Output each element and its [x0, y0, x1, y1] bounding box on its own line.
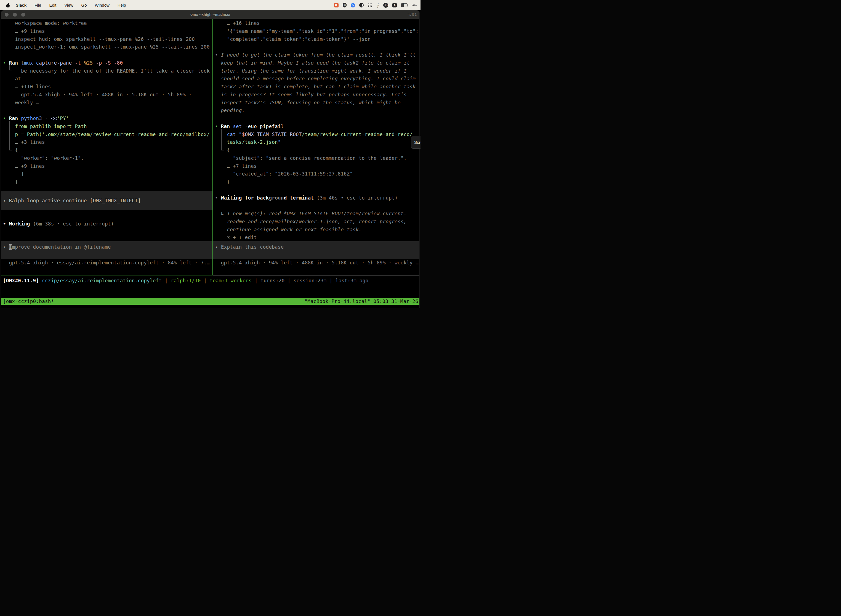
minimize-button[interactable]	[13, 13, 17, 16]
terminal-line: at	[15, 75, 21, 83]
terminal-line: from pathlib import Path	[15, 123, 87, 131]
terminal-line: › Improve documentation in @filename	[3, 243, 111, 251]
terminal-line: • Waiting for background terminal (3m 46…	[215, 194, 398, 202]
terminal-line: }	[15, 178, 18, 186]
right-pane-border	[213, 275, 419, 276]
wifi-icon[interactable]	[412, 3, 417, 7]
terminal-line: … +16 lines	[227, 19, 259, 27]
terminal-line: inspect_worker-1: omx sparkshell --tmux-…	[15, 43, 210, 51]
crescent-icon[interactable]	[359, 3, 364, 7]
terminal-line: readme-and-reco/mailbox/worker-1.json, a…	[227, 218, 406, 226]
omx-status-line: [OMX#0.11.9] cczip/essay/ai-reimplementa…	[3, 277, 368, 285]
pane-divider[interactable]	[212, 19, 213, 276]
terminal-line: pending.	[221, 107, 245, 114]
terminal-line: inspect_hud: omx sparkshell --tmux-pane …	[15, 35, 195, 43]
screen-capture-label: Scre	[414, 140, 420, 145]
right-pane[interactable]: … +16 lines'{"team_name":"my-team","task…	[213, 19, 419, 276]
menu-item-view[interactable]: View	[64, 3, 73, 7]
terminal-line: "completed","claim_token":"claim-token"}…	[227, 35, 371, 43]
menu-items: SlackFileEditViewGoWindowHelp	[16, 3, 126, 7]
terminal-line: › Explain this codebase	[215, 243, 284, 251]
window-title: omx --xhigh --madmax	[1, 12, 419, 16]
terminal-line: … +110 lines	[15, 83, 51, 91]
terminal-line: should send a message before completing …	[221, 75, 416, 83]
terminal-line: task2 after task1 is complete, but can I…	[221, 83, 416, 91]
terminal-line: • Ran tmux capture-pane -t %25 -p -S -80	[3, 59, 123, 67]
output-connector	[221, 129, 224, 150]
zoom-button[interactable]	[21, 13, 25, 16]
terminal-line: keep that in mind. Maybe I also need the…	[221, 59, 410, 67]
terminal-line: … +7 lines	[227, 162, 257, 170]
blue-bolt-icon[interactable]: ϟ	[351, 3, 355, 7]
terminal-panes: workspace_mode: worktree… +9 linesinspec…	[1, 19, 419, 276]
menu-item-file[interactable]: File	[35, 3, 41, 7]
terminal-line: workspace_mode: worktree	[15, 19, 87, 27]
battery-icon[interactable]: ϟ	[401, 3, 407, 7]
terminal-window: omx --xhigh --madmax ⌥⌘1 workspace_mode:…	[1, 10, 419, 308]
terminal-line: cat "$OMX_TEAM_STATE_ROOT/team/review-cu…	[227, 131, 413, 139]
menu-item-slack[interactable]: Slack	[16, 3, 26, 7]
terminal-line: is in progress? It seems likely but perh…	[221, 91, 407, 99]
terminal-line: continue assigned work or next feasible …	[227, 226, 362, 234]
left-pane-border	[1, 275, 212, 276]
terminal-line: "worker": "worker-1",	[21, 154, 84, 162]
traffic-lights	[5, 10, 25, 19]
left-pane[interactable]: workspace_mode: worktree… +9 linesinspec…	[1, 19, 212, 276]
menu-status-icons: ▦ ϟ ∮ ..61 A ϟ	[334, 3, 420, 8]
terminal-line: }	[227, 178, 230, 186]
terminal-line: inspect task2's JSON, focusing on the st…	[221, 99, 401, 107]
terminal-line: "created_at": "2026-03-31T11:59:27.816Z"	[233, 170, 353, 178]
terminal-line: • Working (6m 38s • esc to interrupt)	[3, 220, 114, 228]
menu-item-help[interactable]: Help	[117, 3, 126, 7]
squiggle-icon[interactable]: ∮	[377, 3, 379, 8]
menu-item-go[interactable]: Go	[81, 3, 86, 7]
terminal-line: tasks/task-2.json"	[227, 138, 281, 146]
terminal-line: '{"team_name":"my-team","task_id":"1","f…	[227, 27, 419, 35]
terminal-line: • I need to get the claim token from the…	[215, 51, 416, 59]
dots-grid-icon[interactable]	[368, 3, 372, 7]
terminal-line: later. Using the same for transition mig…	[221, 67, 407, 75]
terminal-line: gpt-5.4 xhigh · 94% left · 488K in · 5.1…	[221, 259, 419, 267]
terminal-line: … +3 lines	[15, 138, 45, 146]
window-bottom-strip	[1, 305, 419, 308]
menu-item-edit[interactable]: Edit	[49, 3, 56, 7]
tmux-status-bar: [omx-cczip0:bash* "MacBook-Pro-44.local"…	[1, 298, 419, 305]
terminal-line: ⌥ + ↑ edit	[227, 233, 257, 242]
terminal-line: • Ran python3 - <<'PY'	[3, 114, 69, 123]
terminal-line: gpt-5.4 xhigh · 94% left · 488K in · 5.1…	[21, 91, 192, 99]
terminal-line: {	[227, 146, 230, 154]
window-titlebar[interactable]: omx --xhigh --madmax ⌥⌘1	[1, 10, 419, 19]
input-source-icon[interactable]: A	[393, 3, 397, 7]
terminal-line: gpt-5.4 xhigh · essay/ai-reimplementatio…	[9, 259, 210, 267]
tmux-host-clock: "MacBook-Pro-44.local" 05:03 31-Mar-26	[304, 298, 418, 305]
menu-bar: SlackFileEditViewGoWindowHelp ▦ ϟ ∮ ..61…	[0, 0, 420, 10]
terminal-line: weekly …	[15, 99, 39, 107]
menu-item-window[interactable]: Window	[95, 3, 110, 7]
terminal-line: • Ran set -euo pipefail	[215, 123, 284, 131]
terminal-line: p = Path('.omx/state/team/review-current…	[15, 131, 210, 139]
shield-grid-icon[interactable]: ▦	[343, 3, 347, 7]
close-button[interactable]	[5, 13, 9, 16]
window-shortcut: ⌥⌘1	[407, 12, 417, 16]
countdown-61-icon[interactable]: ..61	[383, 3, 388, 8]
omx-status-bar: [OMX#0.11.9] cczip/essay/ai-reimplementa…	[1, 276, 419, 298]
terminal-line: ↳ 1 new msg(s): read $OMX_TEAM_STATE_ROO…	[221, 210, 407, 218]
output-connector	[9, 121, 12, 150]
terminal-line: be necessary for the end of the README. …	[21, 67, 210, 75]
terminal-line: › Ralph loop active continue [OMX_TMUX_I…	[3, 197, 141, 205]
slack-badge-icon[interactable]	[334, 3, 338, 7]
apple-menu-icon[interactable]	[6, 3, 10, 7]
tmux-session-label: [omx-cczip0:bash*	[3, 298, 54, 305]
terminal-line: "subject": "send a concise recommendatio…	[233, 154, 407, 162]
terminal-line: {	[15, 146, 18, 154]
terminal-line: ]	[21, 170, 24, 178]
terminal-line: … +9 lines	[15, 27, 45, 35]
screen-capture-button[interactable]: Scre	[411, 136, 420, 149]
terminal-line: … +9 lines	[15, 162, 45, 170]
